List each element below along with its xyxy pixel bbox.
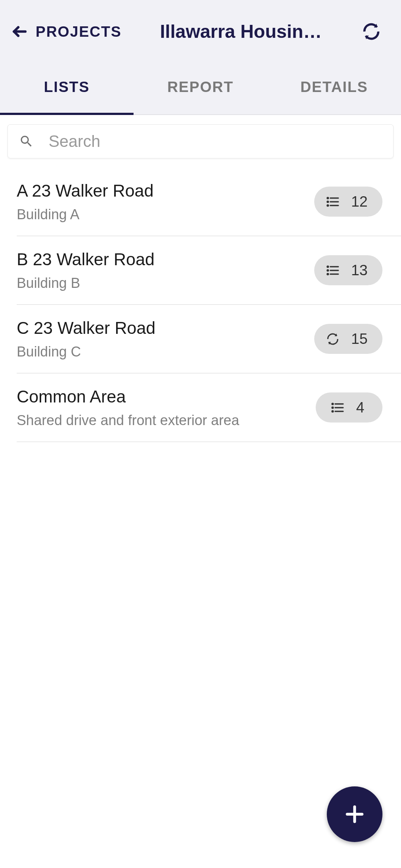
svg-point-11 [327,273,328,274]
list-item-text: A 23 Walker Road Building A [17,181,154,223]
list-icon [325,194,340,209]
page-title: Illawarra Housin… [125,21,356,42]
list-item-text: Common Area Shared drive and front exter… [17,387,239,428]
app-header: PROJECTS Illawarra Housin… LISTS REPORT … [0,0,401,115]
list-item-title: B 23 Walker Road [17,249,155,269]
count-badge[interactable]: 12 [314,187,383,217]
svg-point-1 [327,197,328,198]
svg-point-3 [327,201,328,202]
list-item-title: C 23 Walker Road [17,318,155,338]
svg-point-13 [332,403,333,404]
back-label: PROJECTS [36,23,122,40]
list-item-subtitle: Building A [17,207,154,223]
back-button[interactable]: PROJECTS [11,23,122,40]
count-number: 15 [351,331,368,347]
svg-point-5 [327,205,328,206]
list-icon [330,400,345,415]
list-icon [325,263,340,278]
list-item-subtitle: Building C [17,344,155,360]
list-item[interactable]: B 23 Walker Road Building B 13 [17,236,401,305]
sync-icon [361,21,382,42]
lists-container: A 23 Walker Road Building A 12 B 23 Walk… [0,168,401,442]
sync-button[interactable] [360,20,382,43]
count-badge[interactable]: 13 [314,255,383,285]
content-area: A 23 Walker Road Building A 12 B 23 Walk… [0,115,401,442]
svg-point-7 [327,266,328,267]
list-item-subtitle: Building B [17,275,155,291]
header-top-row: PROJECTS Illawarra Housin… [0,0,401,59]
plus-icon [344,803,366,825]
search-icon [19,134,34,149]
search-input[interactable] [49,132,382,151]
tab-details[interactable]: DETAILS [267,59,401,114]
tab-bar: LISTS REPORT DETAILS [0,59,401,115]
list-item-text: B 23 Walker Road Building B [17,249,155,291]
list-item-title: A 23 Walker Road [17,181,154,201]
count-number: 12 [351,193,368,210]
search-box[interactable] [7,124,394,158]
list-item[interactable]: C 23 Walker Road Building C 15 [17,305,401,374]
add-button[interactable] [327,786,382,842]
svg-point-15 [332,407,333,408]
count-badge[interactable]: 15 [314,324,383,354]
list-item[interactable]: A 23 Walker Road Building A 12 [17,168,401,236]
arrow-left-icon [11,23,28,40]
count-badge[interactable]: 4 [316,392,382,423]
search-wrapper [0,115,401,168]
tab-lists[interactable]: LISTS [0,59,134,114]
list-item[interactable]: Common Area Shared drive and front exter… [17,374,401,442]
svg-point-17 [332,411,333,412]
list-item-title: Common Area [17,387,239,407]
list-item-subtitle: Shared drive and front exterior area [17,412,239,428]
count-number: 13 [351,262,368,279]
list-item-text: C 23 Walker Road Building C [17,318,155,360]
sync-icon [325,332,340,346]
tab-report[interactable]: REPORT [134,59,267,114]
svg-point-9 [327,270,328,271]
count-number: 4 [356,399,364,416]
